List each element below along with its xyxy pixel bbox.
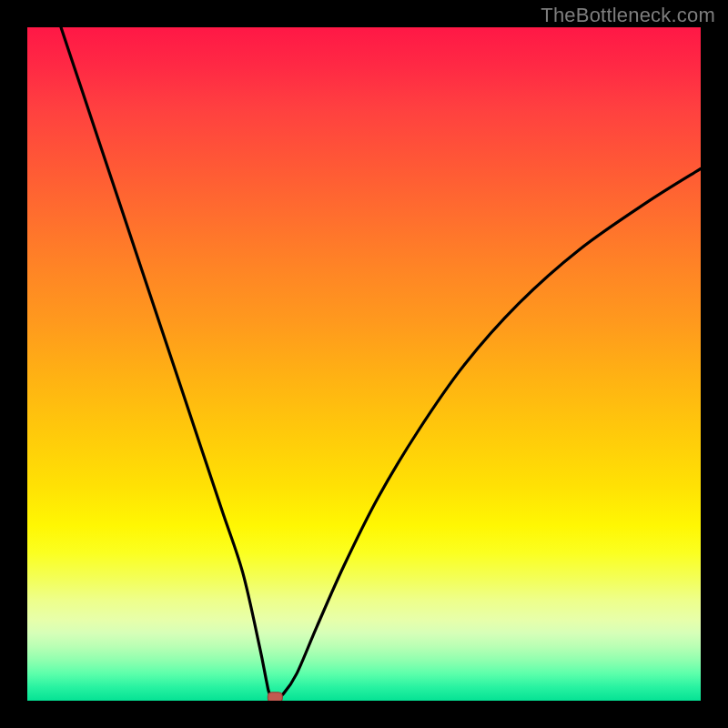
watermark-text: TheBottleneck.com xyxy=(541,4,715,27)
optimum-marker xyxy=(268,693,282,701)
bottleneck-curve xyxy=(61,27,701,697)
chart-frame: TheBottleneck.com xyxy=(0,0,728,728)
curve-layer xyxy=(27,27,701,701)
plot-area xyxy=(27,27,701,701)
